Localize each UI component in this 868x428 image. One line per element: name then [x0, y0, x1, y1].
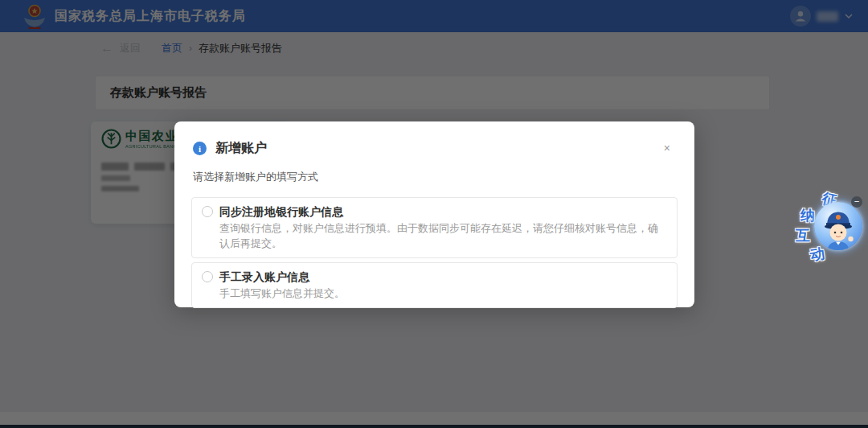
option-manual-entry[interactable]: 手工录入账户信息 手工填写账户信息并提交。 [191, 262, 678, 308]
option-sync-bank-info[interactable]: 同步注册地银行账户信息 查询银行信息，对账户信息进行预填。由于数据同步可能存在延… [191, 197, 678, 258]
widget-char: 动 [809, 244, 825, 265]
widget-char: 互 [796, 226, 810, 245]
dialog-prompt: 请选择新增账户的填写方式 [193, 170, 694, 184]
widget-minimize-button[interactable]: − [851, 196, 862, 208]
close-icon[interactable]: × [662, 141, 672, 155]
tax-officer-mascot-icon[interactable] [814, 202, 862, 250]
page: 国家税务总局上海市电子税务局 ← 返回 首页 › 存款账户账号报告 [0, 0, 868, 428]
info-icon: i [193, 142, 207, 155]
dialog-title: 新增账户 [215, 140, 653, 157]
radio-manual-entry[interactable] [202, 271, 213, 282]
radio-sync-bank-info[interactable] [202, 206, 213, 217]
widget-char: 纳 [800, 206, 815, 225]
add-account-dialog: i 新增账户 × 请选择新增账户的填写方式 同步注册地银行账户信息 查询银行信息… [174, 121, 694, 307]
option-desc: 查询银行信息，对账户信息进行预填。由于数据同步可能存在延迟，请您仔细核对账号信息… [219, 220, 667, 251]
tax-interaction-widget[interactable]: 征 纳 互 动 − [790, 191, 867, 277]
option-label: 手工录入账户信息 [219, 268, 345, 286]
option-label: 同步注册地银行账户信息 [219, 203, 667, 220]
option-desc: 手工填写账户信息并提交。 [219, 286, 345, 301]
